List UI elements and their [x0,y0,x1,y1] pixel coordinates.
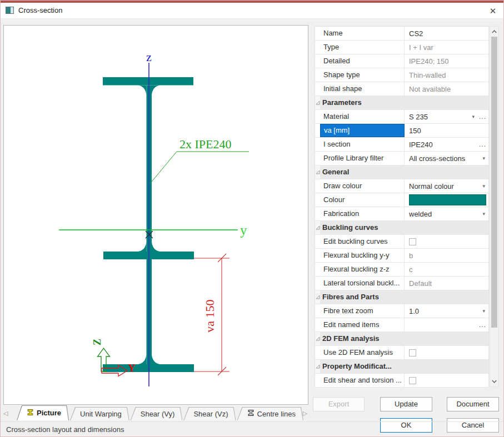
property-row-shape-type[interactable]: Shape typeThin-walled [315,68,488,82]
tab-shear-vy[interactable]: Shear (Vy) [131,407,183,420]
property-group-title: General [320,165,488,179]
property-value-cell[interactable]: Thin-walled [405,68,488,82]
export-button[interactable]: Export [313,397,365,411]
property-row-colour[interactable]: Colour [315,193,488,207]
section-shape [103,77,194,372]
property-value-cell[interactable]: welded▾ [405,207,488,220]
cancel-button[interactable]: Cancel [447,418,499,433]
property-value-cell[interactable]: 1.0▾ [405,304,488,318]
colour-swatch[interactable] [409,194,486,205]
tab-shear-vz[interactable]: Shear (Vz) [183,407,236,420]
tab-scroll-left-icon[interactable]: ◁ [2,408,9,418]
property-value-cell[interactable]: Normal colour▾ [405,179,488,193]
ellipsis-button[interactable]: ... [477,140,486,148]
tab-centre-lines[interactable]: Centre lines [237,407,303,420]
property-row-initial-shape[interactable]: Initial shapeNot available [315,82,488,96]
tab-unit-warping[interactable]: Unit Warping [70,407,129,420]
property-row-edit-shear-and-torsion[interactable]: Edit shear and torsion ... [315,374,488,388]
property-value-cell[interactable]: All cross-sections▾ [405,152,488,165]
property-value-cell[interactable]: I + I var [405,41,488,54]
row-gutter [315,235,320,248]
property-row-flexural-buckling-y-y[interactable]: Flexural buckling y-yb [315,249,488,263]
property-row-lateral-torsional-buckl[interactable]: Lateral torsional buckl...Default [315,277,488,290]
document-button[interactable]: Document [447,397,499,411]
property-group-fibres-and-parts[interactable]: Fibres and Parts [315,290,488,304]
property-value-text: 150 [409,127,421,135]
property-value-cell[interactable]: Default [405,277,488,290]
property-row-use-2d-fem-analysis[interactable]: Use 2D FEM analysis [315,346,488,360]
property-value-cell[interactable]: Not available [405,82,488,96]
property-row-flexural-buckling-z-z[interactable]: Flexural buckling z-zc [315,263,488,277]
cross-section-picture-canvas[interactable]: z y 2x IPE240 va 150 Z Y [3,25,308,405]
expander-triangle-icon[interactable] [315,165,320,179]
expander-triangle-icon[interactable] [315,96,320,109]
property-group-2d-fem-analysis[interactable]: 2D FEM analysis [315,332,488,346]
tab-scroll-right-icon[interactable]: ▷ [301,408,309,418]
property-row-detailed[interactable]: DetailedIPE240; 150 [315,54,488,68]
property-label: Edit named items [320,318,405,331]
property-row-draw-colour[interactable]: Draw colourNormal colour▾ [315,179,488,193]
property-value-cell[interactable]: b [405,249,488,262]
ellipsis-button[interactable]: ... [477,321,486,329]
property-group-parameters[interactable]: Parameters [315,96,488,110]
property-value-cell[interactable]: IPE240; 150 [405,54,488,68]
property-group-property-modificat[interactable]: Property Modificat... [315,360,488,374]
dropdown-caret-icon[interactable]: ▾ [481,183,486,189]
expander-triangle-icon[interactable] [315,332,320,345]
tab-picture[interactable]: Picture [17,405,69,420]
property-value-cell[interactable] [405,235,488,248]
scrollbar-down-icon[interactable] [490,377,498,386]
row-gutter [315,124,320,137]
expander-triangle-icon[interactable] [315,221,320,234]
property-label: Edit buckling curves [320,235,405,248]
property-value-cell[interactable]: 150 [405,124,488,137]
dropdown-caret-icon[interactable]: ▾ [481,155,486,161]
property-row-i-section[interactable]: I sectionIPE240... [315,138,488,152]
expander-triangle-icon[interactable] [315,290,320,304]
property-value-cell[interactable]: IPE240... [405,138,488,151]
property-group-general[interactable]: General [315,165,488,179]
property-row-name[interactable]: NameCS2 [315,27,488,41]
close-icon[interactable]: ✕ [486,4,500,18]
property-value-cell[interactable] [405,346,488,359]
tab-label: Shear (Vy) [141,410,175,418]
scrollbar-thumb[interactable] [491,37,497,328]
property-row-type[interactable]: TypeI + I var [315,41,488,54]
row-gutter [315,277,320,290]
dimension-label: va 150 [203,299,217,332]
property-row-fibre-text-zoom[interactable]: Fibre text zoom1.0▾ [315,304,488,318]
checkbox-unchecked[interactable] [409,238,416,245]
row-gutter [315,152,320,165]
property-row-va-mm[interactable]: va [mm]150 [315,124,488,138]
property-row-material[interactable]: MaterialS 235▾... [315,110,488,124]
dropdown-caret-icon[interactable]: ▾ [471,114,476,119]
checkbox-unchecked[interactable] [409,377,416,384]
property-row-profile-library-filter[interactable]: Profile Library filterAll cross-sections… [315,152,488,165]
property-value-cell[interactable] [405,193,488,207]
property-group-buckling-curves[interactable]: Buckling curves [315,221,488,235]
ellipsis-button[interactable]: ... [477,113,486,120]
property-value-cell[interactable]: S 235▾... [405,110,488,123]
ibeam-dark-icon [247,409,255,418]
status-separator [1,421,504,422]
window-icon [6,7,14,14]
property-row-edit-named-items[interactable]: Edit named items... [315,318,488,332]
property-label: Fabrication [320,207,405,220]
scrollbar-up-icon[interactable] [490,27,498,36]
dropdown-caret-icon[interactable]: ▾ [481,211,486,217]
property-value-cell[interactable] [405,374,488,387]
expander-triangle-icon[interactable] [315,360,320,373]
ucs-z-label: Z [92,339,103,345]
property-value-text: Thin-walled [409,71,446,79]
property-value-cell[interactable]: c [405,263,488,276]
checkbox-unchecked[interactable] [409,349,416,356]
property-value-text: I + I var [409,43,433,52]
dropdown-caret-icon[interactable]: ▾ [481,308,486,314]
property-row-edit-buckling-curves[interactable]: Edit buckling curves [315,235,488,249]
property-row-fabrication[interactable]: Fabricationwelded▾ [315,207,488,221]
property-grid-scrollbar[interactable] [490,26,499,387]
update-button[interactable]: Update [380,397,432,411]
ok-button[interactable]: OK [380,418,432,433]
property-value-cell[interactable]: ... [405,318,488,331]
property-value-cell[interactable]: CS2 [405,27,488,40]
